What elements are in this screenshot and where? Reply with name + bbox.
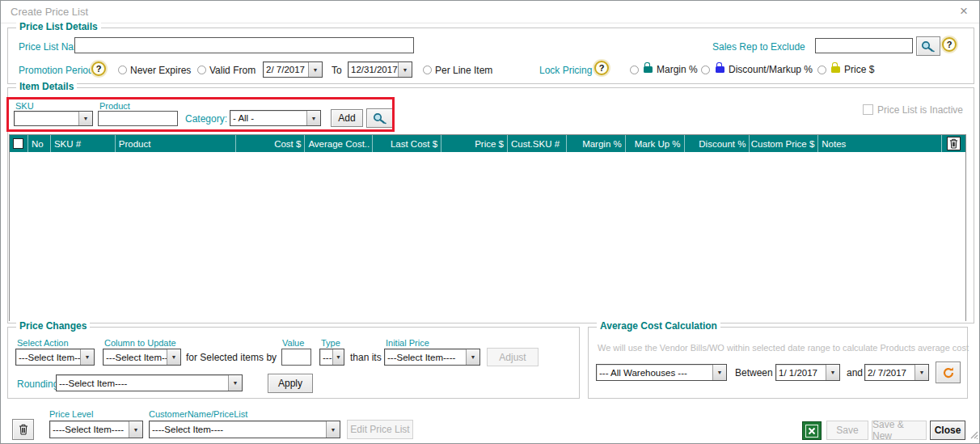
trash-icon bbox=[19, 424, 28, 435]
close-button[interactable]: Close bbox=[930, 421, 965, 440]
sales-rep-help-icon[interactable]: ? bbox=[942, 37, 957, 52]
price-list-inactive-checkbox[interactable] bbox=[863, 104, 873, 115]
chevron-down-icon[interactable]: ▼ bbox=[712, 365, 726, 380]
value-label: Value bbox=[282, 338, 304, 348]
lock-margin-label: Margin % bbox=[657, 64, 698, 75]
between-start-date-value: 1/ 1/2017 bbox=[776, 368, 826, 378]
to-label: To bbox=[332, 65, 342, 76]
customer-pricelist-label: CustomerName/PriceList bbox=[149, 409, 247, 419]
valid-from-radio[interactable] bbox=[197, 66, 206, 74]
sales-rep-search-button[interactable] bbox=[916, 36, 940, 56]
col-product[interactable]: Product bbox=[116, 135, 236, 152]
item-search-button[interactable] bbox=[366, 108, 393, 128]
col-price[interactable]: Price $ bbox=[441, 135, 508, 152]
column-to-update-combo[interactable]: ---Select Item---- ▼ bbox=[103, 349, 181, 366]
col-last-cost[interactable]: Last Cost $ bbox=[373, 135, 441, 152]
lock-price-radio[interactable] bbox=[817, 66, 826, 74]
valid-to-date-picker[interactable]: 12/31/2017 ▼ bbox=[348, 61, 412, 78]
col-notes[interactable]: Notes bbox=[818, 135, 942, 152]
rounding-combo[interactable]: ---Select Item---- ▼ bbox=[56, 374, 243, 391]
average-cost-group: Average Cost Calculation bbox=[588, 327, 968, 399]
delete-rows-button[interactable] bbox=[947, 137, 961, 150]
valid-from-date-picker[interactable]: 2/ 7/2017 ▼ bbox=[263, 61, 323, 78]
per-line-item-radio[interactable] bbox=[423, 66, 432, 74]
col-custom-price[interactable]: Custom Price $ bbox=[750, 135, 818, 152]
col-sku[interactable]: SKU # bbox=[51, 135, 116, 152]
apply-button[interactable]: Apply bbox=[268, 374, 313, 393]
title-bar: Create Price List × bbox=[1, 1, 979, 23]
value-input[interactable] bbox=[281, 349, 311, 366]
chevron-down-icon[interactable]: ▼ bbox=[915, 365, 928, 380]
price-level-combo[interactable]: ----Select Item---- ▼ bbox=[49, 421, 143, 438]
valid-to-date-value: 12/31/2017 bbox=[348, 65, 398, 74]
rounding-value: ---Select Item---- bbox=[57, 378, 228, 388]
price-list-name-input[interactable] bbox=[74, 37, 414, 53]
col-markup[interactable]: Mark Up % bbox=[626, 135, 685, 152]
add-button[interactable]: Add bbox=[331, 109, 363, 127]
column-to-update-value: ---Select Item---- bbox=[103, 353, 167, 362]
edit-price-list-button[interactable]: Edit Price List bbox=[347, 420, 413, 439]
excel-icon bbox=[805, 425, 818, 438]
col-no[interactable]: No bbox=[28, 135, 51, 152]
chevron-down-icon[interactable]: ▼ bbox=[826, 365, 839, 380]
for-selected-items-text: for Selected items by bbox=[186, 352, 277, 363]
chevron-down-icon[interactable]: ▼ bbox=[78, 112, 92, 125]
chevron-down-icon[interactable]: ▼ bbox=[306, 111, 320, 125]
warehouse-combo[interactable]: --- All Warehouses --- ▼ bbox=[596, 364, 727, 381]
product-label: Product bbox=[99, 101, 130, 111]
col-cost[interactable]: Cost $ bbox=[236, 135, 306, 152]
sku-combo[interactable]: ▼ bbox=[14, 111, 93, 126]
chevron-down-icon[interactable]: ▼ bbox=[308, 62, 322, 77]
col-discount[interactable]: Discount % bbox=[685, 135, 750, 152]
customer-pricelist-combo[interactable]: ----Select Item---- ▼ bbox=[149, 421, 340, 438]
chevron-down-icon[interactable]: ▼ bbox=[332, 349, 344, 365]
chevron-down-icon[interactable]: ▼ bbox=[129, 421, 142, 438]
lock-pricing-label: Lock Pricing bbox=[539, 65, 592, 76]
sales-rep-exclude-input[interactable] bbox=[815, 38, 913, 53]
save-new-button[interactable]: Save & New bbox=[872, 421, 927, 440]
between-end-date-picker[interactable]: 2/ 7/2017 ▼ bbox=[864, 364, 929, 381]
close-icon[interactable]: × bbox=[960, 4, 968, 19]
average-cost-legend: Average Cost Calculation bbox=[597, 320, 720, 332]
select-all-checkbox[interactable] bbox=[13, 138, 23, 149]
warehouse-value: --- All Warehouses --- bbox=[597, 368, 712, 378]
promotion-period-help-icon[interactable]: ? bbox=[91, 61, 106, 76]
sales-rep-exclude-label: Sales Rep to Exclude bbox=[712, 41, 805, 53]
lock-margin-radio[interactable] bbox=[630, 66, 639, 74]
delete-price-list-button[interactable] bbox=[12, 419, 34, 440]
type-label: Type bbox=[321, 338, 340, 348]
select-action-combo[interactable]: ---Select Item-- ▼ bbox=[15, 349, 95, 366]
chevron-down-icon[interactable]: ▼ bbox=[466, 349, 479, 365]
lock-discount-radio[interactable] bbox=[701, 66, 710, 74]
items-table-body[interactable] bbox=[10, 152, 965, 322]
items-table-header: No SKU # Product Cost $ Average Cost.. L… bbox=[10, 135, 965, 152]
create-price-list-dialog: Create Price List × Price List Details P… bbox=[0, 0, 980, 444]
lock-icon-margin bbox=[644, 66, 653, 73]
export-excel-button[interactable] bbox=[802, 421, 822, 440]
refresh-icon bbox=[942, 366, 955, 379]
chevron-down-icon[interactable]: ▼ bbox=[326, 421, 340, 438]
between-start-date-picker[interactable]: 1/ 1/2017 ▼ bbox=[775, 364, 840, 381]
resize-grip[interactable] bbox=[968, 428, 978, 442]
adjust-button[interactable]: Adjust bbox=[487, 348, 539, 366]
product-input[interactable] bbox=[98, 111, 178, 126]
initial-price-value: ---Select Item---- bbox=[385, 353, 466, 362]
select-action-value: ---Select Item-- bbox=[16, 353, 80, 362]
lock-pricing-help-icon[interactable]: ? bbox=[594, 61, 609, 75]
col-cust-sku[interactable]: Cust.SKU # bbox=[508, 135, 567, 152]
category-combo[interactable]: - All - ▼ bbox=[230, 110, 321, 126]
chevron-down-icon[interactable]: ▼ bbox=[228, 375, 242, 391]
save-button[interactable]: Save bbox=[826, 421, 868, 440]
price-list-details-legend: Price List Details bbox=[16, 21, 101, 32]
per-line-item-label: Per Line Item bbox=[435, 65, 492, 76]
chevron-down-icon[interactable]: ▼ bbox=[80, 349, 94, 365]
chevron-down-icon[interactable]: ▼ bbox=[167, 349, 180, 365]
type-combo[interactable]: --- ▼ bbox=[319, 349, 344, 366]
recalculate-button[interactable] bbox=[936, 362, 961, 383]
chevron-down-icon[interactable]: ▼ bbox=[398, 62, 412, 77]
price-level-value: ----Select Item---- bbox=[50, 425, 129, 434]
never-expires-radio[interactable] bbox=[118, 66, 127, 74]
col-average-cost[interactable]: Average Cost.. bbox=[305, 135, 373, 152]
col-margin[interactable]: Margin % bbox=[567, 135, 626, 152]
initial-price-combo[interactable]: ---Select Item---- ▼ bbox=[384, 349, 480, 366]
